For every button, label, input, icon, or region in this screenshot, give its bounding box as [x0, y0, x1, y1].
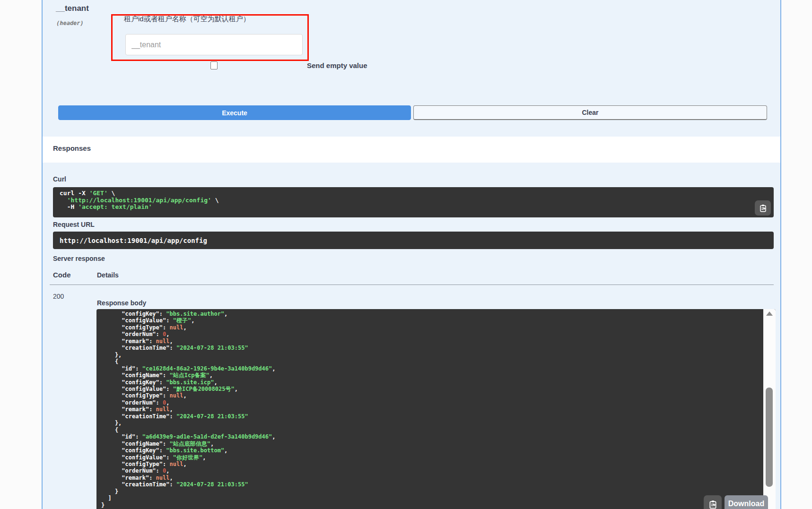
responses-section-title: Responses — [53, 144, 91, 152]
response-scrollbar[interactable] — [763, 309, 776, 509]
annotation-box — [111, 14, 309, 61]
response-body-json: "configKey": "bbs.site.author", "configV… — [101, 311, 275, 509]
scrollbar-thumb[interactable] — [766, 388, 773, 487]
response-table-divider — [50, 285, 774, 285]
send-empty-value-checkbox[interactable] — [210, 61, 218, 69]
request-url-block: http://localhost:19001/api/app/config — [53, 232, 774, 249]
clipboard-copy-icon — [759, 204, 768, 213]
send-empty-value-label: Send empty value — [307, 61, 367, 69]
response-body-block: "configKey": "bbs.site.author", "configV… — [96, 309, 776, 509]
parameter-name: __tenant — [56, 4, 89, 13]
response-body-label: Response body — [97, 299, 146, 307]
copy-response-button[interactable] — [704, 495, 722, 509]
copy-curl-button[interactable] — [755, 200, 771, 216]
download-button[interactable]: Download — [725, 495, 768, 509]
request-url-value: http://localhost:19001/api/app/config — [60, 237, 207, 244]
scroll-up-arrow-icon[interactable] — [766, 311, 773, 316]
server-response-label: Server response — [53, 255, 105, 262]
code-column-header: Code — [53, 271, 71, 279]
details-column-header: Details — [97, 271, 119, 279]
execute-button[interactable]: Execute — [58, 105, 411, 120]
clipboard-copy-icon — [708, 500, 718, 509]
request-url-label: Request URL — [53, 221, 95, 228]
parameter-location: (header) — [56, 20, 84, 26]
curl-label: Curl — [53, 175, 66, 183]
swagger-ui-page: __tenant (header) 租户id或者租户名称（可空为默认租户） Se… — [0, 0, 812, 509]
status-code: 200 — [53, 293, 64, 300]
responses-section-header — [43, 137, 780, 163]
clear-button[interactable]: Clear — [413, 105, 767, 120]
curl-command: curl -X 'GET' \ 'http://localhost:19001/… — [60, 190, 219, 211]
